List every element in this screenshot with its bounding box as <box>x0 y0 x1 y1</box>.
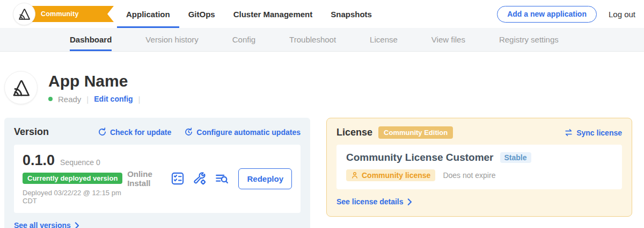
subnav-version-history[interactable]: Version history <box>145 28 198 51</box>
see-all-versions-link[interactable]: See all versions <box>14 221 79 228</box>
topnav-right: Add a new application Log out <box>497 6 644 23</box>
replicated-logo-icon <box>11 77 31 98</box>
brand: Community Edition <box>0 0 114 28</box>
tab-application[interactable]: Application <box>117 0 179 28</box>
auto-update-clock-icon <box>184 127 193 137</box>
license-customer-name: Community License Customer <box>346 152 494 163</box>
version-card-title: Version <box>14 126 49 138</box>
replicated-logo-badge <box>13 3 35 25</box>
chevron-right-icon <box>75 222 79 228</box>
app-avatar <box>4 71 38 104</box>
deployed-timestamp: Deployed 03/22/22 @ 12:15 pm CDT <box>23 189 127 205</box>
license-details-panel: Community License Customer Stable Commun… <box>336 145 622 189</box>
tab-gitops[interactable]: GitOps <box>179 0 224 28</box>
community-edition-badge: Community Edition <box>378 126 453 139</box>
add-application-button[interactable]: Add a new application <box>497 6 597 23</box>
license-expiry: Does not expire <box>443 171 495 180</box>
current-version-panel: 0.1.0 Sequence 0 Currently deployed vers… <box>14 145 301 213</box>
wrench-gear-config-icon[interactable] <box>193 172 207 186</box>
app-subnav: Dashboard Version history Config Trouble… <box>0 28 644 52</box>
version-number: 0.1.0 <box>23 152 55 169</box>
person-icon <box>351 172 358 179</box>
version-info: 0.1.0 Sequence 0 Currently deployed vers… <box>23 152 127 205</box>
divider: | <box>138 95 141 104</box>
subnav-license[interactable]: License <box>370 28 398 51</box>
logout-link[interactable]: Log out <box>609 10 635 19</box>
version-sequence: Sequence 0 <box>60 158 100 167</box>
swap-arrows-icon <box>564 128 573 137</box>
license-card-title: License <box>336 127 372 138</box>
tab-snapshots[interactable]: Snapshots <box>321 0 381 28</box>
tab-cluster-management[interactable]: Cluster Management <box>224 0 322 28</box>
version-card: Version Check for update <box>4 118 310 228</box>
license-type-badge: Community license <box>346 169 435 181</box>
subnav-troubleshoot[interactable]: Troubleshoot <box>289 28 336 51</box>
edit-config-link[interactable]: Edit config <box>94 95 133 103</box>
app-status-row: Ready | Edit config | <box>48 95 141 104</box>
chevron-right-icon <box>407 198 412 205</box>
ready-status-dot <box>48 97 53 101</box>
channel-badge: Stable <box>500 152 531 163</box>
status-badge: Ready <box>58 95 81 104</box>
page-title: App Name <box>48 72 141 90</box>
check-for-update-link[interactable]: Check for update <box>98 127 171 137</box>
configure-automatic-updates-link[interactable]: Configure automatic updates <box>184 127 301 137</box>
replicated-logo-icon <box>17 7 31 21</box>
license-card: License Community Edition Sync license C… <box>326 118 632 217</box>
refresh-icon <box>98 127 107 137</box>
app-header: App Name Ready | Edit config | <box>0 52 644 115</box>
subnav-view-files[interactable]: View files <box>431 28 465 51</box>
main-tabs: Application GitOps Cluster Management Sn… <box>117 0 381 28</box>
subnav-dashboard[interactable]: Dashboard <box>70 28 112 51</box>
divider: | <box>86 95 89 104</box>
sync-license-link[interactable]: Sync license <box>564 128 622 137</box>
preflight-checklist-icon[interactable] <box>171 172 185 186</box>
subnav-config[interactable]: Config <box>232 28 255 51</box>
dashboard-cards: Version Check for update <box>0 118 644 228</box>
redeploy-button[interactable]: Redeploy <box>238 168 292 189</box>
version-actions: Online Install <box>127 168 292 189</box>
subnav-registry-settings[interactable]: Registry settings <box>499 28 559 51</box>
logs-magnifier-icon[interactable] <box>215 172 229 186</box>
install-type-label: Online Install <box>127 169 162 188</box>
top-navbar: Community Edition Application GitOps Clu… <box>0 0 644 28</box>
currently-deployed-badge: Currently deployed version <box>23 173 122 184</box>
community-edition-ribbon: Community Edition <box>25 6 114 22</box>
see-license-details-link[interactable]: See license details <box>336 197 412 206</box>
